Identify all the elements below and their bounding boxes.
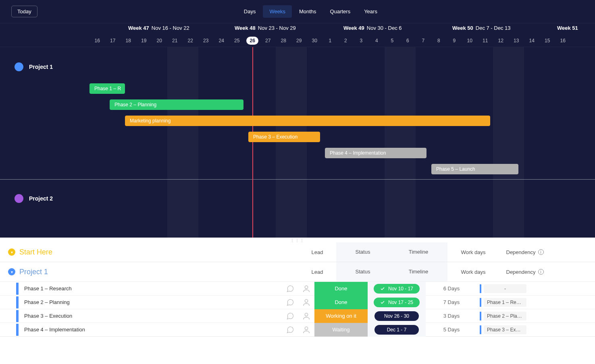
today-button[interactable]: Today bbox=[11, 6, 37, 17]
project-label[interactable]: Project 2 bbox=[0, 194, 53, 203]
col-header-timeline[interactable]: Timeline bbox=[389, 242, 447, 262]
info-icon[interactable]: i bbox=[538, 269, 544, 275]
day-cell[interactable]: 16 bbox=[89, 35, 105, 47]
col-header-workdays[interactable]: Work days bbox=[447, 269, 499, 275]
gantt-bar[interactable]: Marketing planning bbox=[125, 116, 490, 126]
day-cell[interactable]: 11 bbox=[478, 35, 493, 47]
status-cell[interactable]: Working on it bbox=[314, 309, 368, 323]
day-cell[interactable]: 14 bbox=[524, 35, 540, 47]
day-cell[interactable]: 20 bbox=[152, 35, 167, 47]
day-cell[interactable]: 27 bbox=[260, 35, 276, 47]
day-cell[interactable]: 6 bbox=[400, 35, 416, 47]
weekend-column bbox=[183, 47, 198, 238]
table-row[interactable]: Phase 4 – ImplementationWaitingDec 1 - 7… bbox=[0, 323, 595, 336]
day-cell[interactable]: 8 bbox=[431, 35, 447, 47]
chat-icon[interactable] bbox=[282, 285, 298, 293]
timeline-pill[interactable]: Nov 10 - 17 bbox=[374, 284, 420, 294]
day-cell[interactable]: 23 bbox=[198, 35, 214, 47]
day-cell[interactable]: 19 bbox=[136, 35, 152, 47]
day-cell[interactable]: 26 bbox=[245, 35, 260, 47]
status-cell[interactable]: Done bbox=[314, 282, 368, 296]
day-cell[interactable]: 1 bbox=[322, 35, 338, 47]
gantt-bar[interactable]: Phase 5 – Launch bbox=[431, 164, 518, 174]
lead-avatar[interactable] bbox=[298, 284, 314, 293]
day-cell[interactable]: 24 bbox=[214, 35, 229, 47]
dependency-cell[interactable]: Phase 1 – Rese... bbox=[477, 298, 529, 307]
day-cell[interactable]: 2 bbox=[338, 35, 354, 47]
day-cell[interactable]: 9 bbox=[447, 35, 462, 47]
section-caret-icon[interactable]: ▾ bbox=[8, 248, 15, 256]
dependency-cell[interactable]: - bbox=[477, 284, 529, 293]
chat-icon[interactable] bbox=[282, 312, 298, 320]
lead-avatar[interactable] bbox=[298, 298, 314, 307]
day-cell[interactable]: 12 bbox=[493, 35, 509, 47]
lead-avatar[interactable] bbox=[298, 325, 314, 334]
day-cell[interactable]: 18 bbox=[121, 35, 136, 47]
timeline-pill[interactable]: Nov 26 - 30 bbox=[374, 311, 419, 321]
gantt-bar[interactable]: Phase 2 – Planning bbox=[110, 99, 243, 110]
section-caret-icon[interactable]: ▾ bbox=[8, 268, 15, 275]
zoom-months[interactable]: Months bbox=[293, 5, 323, 18]
workdays-cell[interactable]: 3 Days bbox=[426, 313, 477, 319]
day-cell[interactable]: 4 bbox=[369, 35, 385, 47]
day-cell[interactable]: 13 bbox=[509, 35, 524, 47]
col-header-lead[interactable]: Lead bbox=[298, 249, 336, 255]
gantt-bar[interactable]: Phase 4 – Implementation bbox=[325, 148, 426, 158]
svg-point-3 bbox=[305, 327, 308, 329]
day-cell[interactable]: 29 bbox=[291, 35, 307, 47]
day-cell[interactable]: 17 bbox=[105, 35, 121, 47]
workdays-cell[interactable]: 6 Days bbox=[426, 285, 477, 292]
gantt-toolbar: Today Days Weeks Months Quarters Years bbox=[0, 0, 595, 23]
zoom-days[interactable]: Days bbox=[237, 5, 262, 18]
project-label[interactable]: Project 1 bbox=[0, 62, 53, 71]
col-header-dependency[interactable]: Dependencyi bbox=[499, 249, 551, 255]
check-icon bbox=[380, 286, 385, 291]
section-title: Project 1 bbox=[19, 268, 48, 276]
zoom-years[interactable]: Years bbox=[358, 5, 384, 18]
day-cell[interactable]: 16 bbox=[555, 35, 571, 47]
workdays-cell[interactable]: 5 Days bbox=[426, 327, 477, 333]
col-header-status[interactable]: Status bbox=[336, 242, 389, 262]
week-label: Week 49Nov 30 - Dec 6 bbox=[343, 25, 402, 31]
gantt-bar[interactable]: Phase 3 – Execution bbox=[248, 132, 320, 142]
day-cell[interactable]: 25 bbox=[229, 35, 245, 47]
dependency-cell[interactable]: Phase 3 – Exec... bbox=[477, 325, 529, 334]
col-header-lead[interactable]: Lead bbox=[298, 269, 336, 275]
workdays-cell[interactable]: 7 Days bbox=[426, 299, 477, 305]
status-cell[interactable]: Done bbox=[314, 296, 368, 309]
zoom-quarters[interactable]: Quarters bbox=[324, 5, 357, 18]
col-header-dependency[interactable]: Dependencyi bbox=[499, 269, 551, 275]
day-cell[interactable]: 30 bbox=[307, 35, 322, 47]
dependency-cell[interactable]: Phase 2 – Plan... bbox=[477, 312, 529, 321]
zoom-weeks[interactable]: Weeks bbox=[263, 5, 292, 18]
info-icon[interactable]: i bbox=[538, 249, 544, 255]
section-header[interactable]: ▾Start HereLeadStatusTimelineWork daysDe… bbox=[0, 242, 595, 262]
day-cell[interactable]: 21 bbox=[167, 35, 183, 47]
day-cell[interactable]: 3 bbox=[354, 35, 369, 47]
table-row[interactable]: Phase 3 – ExecutionWorking on itNov 26 -… bbox=[0, 309, 595, 323]
timeline-pill[interactable]: Dec 1 - 7 bbox=[374, 325, 419, 335]
col-header-status[interactable]: Status bbox=[336, 262, 389, 281]
dependency-accent bbox=[480, 298, 481, 307]
gantt-bar[interactable]: Phase 1 – R bbox=[89, 83, 125, 94]
day-cell[interactable]: 10 bbox=[462, 35, 478, 47]
bars-area[interactable]: Phase 1 – RPhase 2 – PlanningMarketing p… bbox=[89, 47, 595, 238]
weekend-column bbox=[493, 47, 509, 238]
table-row[interactable]: Phase 1 – ResearchDoneNov 10 - 176 Days- bbox=[0, 281, 595, 295]
status-cell[interactable]: Waiting bbox=[314, 323, 368, 337]
chat-icon[interactable] bbox=[282, 326, 298, 334]
chat-icon[interactable] bbox=[282, 298, 298, 306]
day-cell[interactable]: 5 bbox=[385, 35, 400, 47]
split-drag-handle[interactable]: ⋮⋮⋮ bbox=[0, 238, 595, 242]
section-header[interactable]: ▾Project 1LeadStatusTimelineWork daysDep… bbox=[0, 262, 595, 281]
timeline-pill[interactable]: Nov 17 - 25 bbox=[374, 298, 420, 307]
col-header-timeline[interactable]: Timeline bbox=[389, 262, 447, 281]
col-header-workdays[interactable]: Work days bbox=[447, 249, 499, 255]
day-cell[interactable]: 15 bbox=[540, 35, 555, 47]
day-cell[interactable]: 22 bbox=[183, 35, 198, 47]
project-color-dot bbox=[15, 194, 23, 203]
day-cell[interactable]: 28 bbox=[276, 35, 291, 47]
table-row[interactable]: Phase 2 – PlanningDoneNov 17 - 257 DaysP… bbox=[0, 295, 595, 309]
day-cell[interactable]: 7 bbox=[416, 35, 431, 47]
lead-avatar[interactable] bbox=[298, 312, 314, 321]
